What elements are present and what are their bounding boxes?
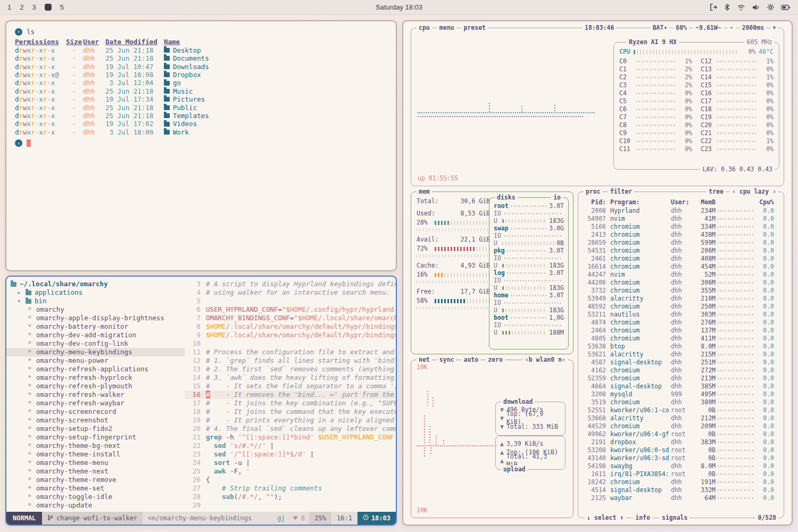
process-row[interactable]: 4674 chromium dhh 276M 0.0	[583, 319, 779, 327]
process-row[interactable]: 2464 chromium dhh 137M 0.0	[583, 327, 779, 335]
panel-title[interactable]: sync	[437, 356, 456, 364]
process-row[interactable]: 54907 nvim dhh 41M 0.0	[583, 215, 779, 223]
code-line[interactable]: 16# - It removes the 'bind... =' part fr…	[185, 390, 396, 399]
editor-window[interactable]: ~/.local/share/omarchy ▸ applications ▾ …	[5, 276, 397, 526]
tree-file[interactable]: * omarchy-refresh-hyprlock	[6, 373, 185, 382]
tree-file[interactable]: * omarchy-toggle-idle	[6, 493, 185, 501]
process-row[interactable]: 52359 chromium dhh 213M 0.0	[583, 375, 779, 383]
code-line[interactable]: 3# A script to display Hyprland keybindi…	[185, 280, 396, 288]
code-line[interactable]: 28 sub(/#.*/, "");	[185, 493, 396, 501]
process-row[interactable]: 3732 chromium dhh 355M 0.0	[583, 287, 779, 295]
tree-file[interactable]: * omarchy-screenrecord	[6, 408, 185, 416]
tree-file[interactable]: * omarchy-battery-monitor	[6, 322, 185, 331]
panel-title[interactable]: mem	[417, 188, 432, 196]
tree-file[interactable]: * omarchy-update	[6, 501, 185, 510]
process-row[interactable]: 10242 chromium dhh 191M 0.0	[583, 478, 779, 486]
process-table-header[interactable]: Pid: Program: User: MemB Cpu%	[583, 198, 779, 207]
tree-file[interactable]: * omarchy-setup-fingerprint	[6, 433, 185, 442]
code-line[interactable]: 8$HOME/.local/share/omarchy/default/hypr…	[185, 322, 396, 331]
code-line[interactable]: 14# 3. `awk` does the heavy lifting of f…	[185, 373, 396, 382]
terminal-cursor[interactable]	[27, 139, 31, 147]
wifi-icon[interactable]	[737, 4, 745, 11]
code-line[interactable]: 29	[185, 501, 396, 510]
workspace-item[interactable]: 3	[32, 3, 36, 11]
code-line[interactable]: 15# - It sets the field separator to a c…	[185, 382, 396, 390]
tree-file[interactable]: * omarchy-menu-keybindings	[6, 348, 185, 356]
process-row[interactable]: 2461 chromium dhh 408M 0.0	[583, 255, 779, 263]
code-line[interactable]: 6USER_HYPRLAND_CONF="$HOME/.config/hypr/…	[185, 305, 396, 314]
tree-folder[interactable]: ▸ applications	[6, 288, 185, 297]
code-line[interactable]: 25 awk -F, '	[185, 467, 396, 476]
tree-file[interactable]: * omarchy-screenshot	[6, 416, 185, 425]
refresh-increase-button[interactable]: +	[770, 24, 778, 32]
process-row[interactable]: 52551 kworker/u96:1-co root 0B 0.0	[583, 406, 779, 414]
process-row[interactable]: 53211 nautilus dhh 303M 0.0	[583, 311, 779, 319]
process-row[interactable]: 43140 kworker/u96:3-sd root 0B 0.0	[583, 454, 779, 462]
workspace-item[interactable]: 1	[7, 3, 11, 11]
process-row[interactable]: 2125 waybar dhh 64M 0.0	[583, 494, 779, 502]
code-line[interactable]: 17# - It joins the key combination (e.g.…	[185, 399, 396, 408]
process-row[interactable]: 53949 alacritty dhh 210M 0.0	[583, 295, 779, 303]
process-row[interactable]: 3519 chromium dhh 380M 0.0	[583, 398, 779, 406]
process-row[interactable]: 2191 dropbox dhh 383M 0.0	[583, 438, 779, 446]
process-row[interactable]: 53638 btop dhh 8.0M 0.0	[583, 343, 779, 351]
process-row[interactable]: 16614 chromium dhh 454M 0.0	[583, 263, 779, 271]
process-row[interactable]: 4805 chromium dhh 411M 0.0	[583, 335, 779, 343]
tree-file[interactable]: * omarchy-refresh-waybar	[6, 399, 185, 408]
tree-file[interactable]: * omarchy-apple-display-brightness	[6, 314, 185, 322]
tree-file[interactable]: * omarchy-menu-power	[6, 356, 185, 365]
process-row[interactable]: 44247 nvim dhh 52M 0.0	[583, 271, 779, 279]
panel-title[interactable]: disks	[495, 194, 518, 202]
process-row[interactable]: 54531 chromium dhh 206M 0.0	[583, 247, 779, 255]
code-line[interactable]: 26{	[185, 476, 396, 484]
proc-footer-button[interactable]: ↓ select ↑	[585, 514, 626, 522]
process-row[interactable]: 54198 swaybg dhh 8.0M 0.0	[583, 462, 779, 470]
process-row[interactable]: 53621 alacritty dhh 215M 0.0	[583, 351, 779, 359]
workspace-item[interactable]: 5	[60, 3, 64, 11]
code-line[interactable]: 23 sed '/^[[:space:]]*$/d' |	[185, 450, 396, 459]
process-row[interactable]: 4664 signal-desktop dhh 385M 0.0	[583, 383, 779, 390]
process-row[interactable]: 1611 irq/81-PIXA3854: root 0B 0.0	[583, 470, 779, 478]
process-row[interactable]: 44206 chromium dhh 306M 0.0	[583, 279, 779, 287]
tree-file[interactable]: * omarchy-refresh-applications	[6, 365, 185, 373]
logout-icon[interactable]	[709, 3, 717, 11]
tree-file[interactable]: * omarchy-theme-bg-next	[6, 442, 185, 450]
code-line[interactable]: 24 sort -u |	[185, 459, 396, 467]
proc-option[interactable]: ‹ cpu lazy ›	[730, 188, 778, 196]
proc-footer-button[interactable]: signals	[660, 514, 689, 522]
panel-title[interactable]: net	[417, 356, 432, 364]
panel-title[interactable]: filter	[608, 188, 635, 196]
process-row[interactable]: 5166 chromium dhh 334M 0.0	[583, 223, 779, 231]
code-line[interactable]: 5	[185, 297, 396, 305]
code-line[interactable]: 9$HOME/.local/share/omarchy/default/hypr…	[185, 331, 396, 339]
tree-file[interactable]: * omarchy-theme-menu	[6, 459, 185, 467]
process-row[interactable]: 2008 Hyprland dhh 234M 0.0	[583, 207, 779, 215]
code-line[interactable]: 4# using walker for an interactive searc…	[185, 288, 396, 297]
code-line[interactable]: 22 sed 's/#.*//' |	[185, 442, 396, 450]
code-line[interactable]: 7OMARCHY_BINDINGS_CONF="$HOME/.local/sha…	[185, 314, 396, 322]
proc-footer-button[interactable]: info	[633, 514, 652, 522]
panel-title[interactable]: menu	[437, 24, 456, 32]
proc-option[interactable]: tree	[706, 188, 726, 196]
process-row[interactable]: 53668 alacritty dhh 212M 0.0	[583, 414, 779, 422]
code-buffer[interactable]: 3# A script to display Hyprland keybindi…	[185, 280, 396, 510]
panel-title[interactable]: zero	[486, 356, 505, 364]
code-line[interactable]: 13# 2. The first `sed` removes comments …	[185, 365, 396, 373]
code-line[interactable]: 21grep -h '^[[:space:]]*bind' $USER_HYPR…	[185, 433, 396, 442]
process-row[interactable]: 4587 signal-desktop dhh 251M 0.0	[583, 359, 779, 367]
network-interface[interactable]: ‹b wlan0 n›	[523, 356, 568, 364]
code-line[interactable]: 10	[185, 339, 396, 348]
workspace-item[interactable]	[45, 4, 52, 11]
tree-file[interactable]: * omarchy	[6, 305, 185, 314]
terminal-window[interactable]: › ls Permissions Size User Date Modified…	[5, 20, 397, 271]
process-row[interactable]: 49962 kworker/u96:4-gf root 0B 0.0	[583, 430, 779, 438]
code-editor[interactable]: 3# A script to display Hyprland keybindi…	[185, 277, 396, 512]
panel-title[interactable]: proc	[584, 188, 603, 196]
process-row[interactable]: 53208 kworker/u96:0-sd root 0B 0.0	[583, 446, 779, 454]
process-row[interactable]: 48592 chromium dhh 250M 0.0	[583, 303, 779, 311]
tree-file[interactable]: * omarchy-theme-set	[6, 484, 185, 493]
code-line[interactable]: 19# - It prints everything in a nicely a…	[185, 416, 396, 425]
tree-root[interactable]: ~/.local/share/omarchy	[6, 280, 185, 288]
tree-file[interactable]: * omarchy-refresh-walker	[6, 390, 185, 399]
settings-gear-icon[interactable]	[767, 3, 775, 11]
